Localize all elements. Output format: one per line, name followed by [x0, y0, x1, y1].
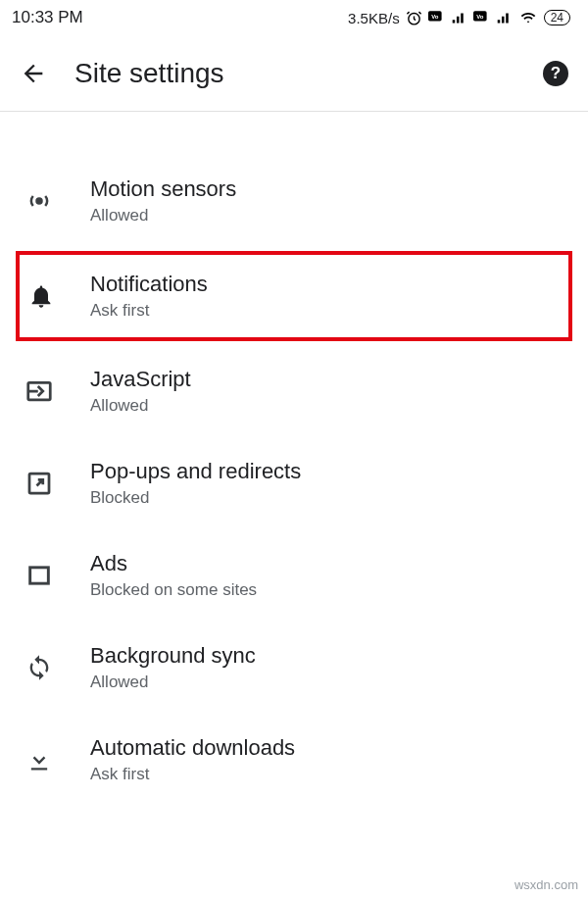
svg-text:Vo: Vo [476, 14, 484, 20]
javascript-icon [24, 376, 55, 406]
svg-text:Vo: Vo [431, 14, 439, 20]
battery-icon: 24 [544, 10, 570, 25]
popups-item[interactable]: Pop-ups and redirects Blocked [0, 437, 588, 529]
svg-point-5 [37, 199, 42, 204]
wifi-icon [518, 10, 538, 25]
setting-sub: Ask first [90, 301, 208, 321]
setting-sub: Allowed [90, 673, 256, 692]
signal-icon-2 [496, 11, 513, 25]
background-sync-item[interactable]: Background sync Allowed [0, 622, 588, 714]
setting-title: Automatic downloads [90, 735, 295, 761]
motion-sensors-icon [24, 186, 55, 216]
ads-icon [24, 562, 55, 589]
setting-sub: Allowed [90, 396, 191, 416]
setting-sub: Ask first [90, 765, 295, 784]
list-item[interactable] [0, 116, 588, 155]
settings-list: Motion sensors Allowed Notifications Ask… [0, 112, 588, 806]
help-icon[interactable]: ? [543, 61, 568, 86]
setting-title: JavaScript [90, 367, 191, 392]
status-time: 10:33 PM [12, 8, 83, 27]
volte-icon-2: Vo [473, 11, 490, 25]
bell-icon [27, 282, 55, 310]
javascript-item[interactable]: JavaScript Allowed [0, 345, 588, 437]
status-bar: 10:33 PM 3.5KB/s Vo Vo 24 [0, 0, 588, 35]
popup-icon [24, 469, 55, 498]
notifications-item[interactable]: Notifications Ask first [16, 251, 572, 341]
setting-title: Motion sensors [90, 176, 236, 202]
sync-icon [24, 654, 55, 681]
app-bar: Site settings ? [0, 35, 588, 112]
setting-sub: Allowed [90, 206, 236, 225]
automatic-downloads-item[interactable]: Automatic downloads Ask first [0, 714, 588, 806]
setting-title: Notifications [90, 272, 208, 297]
motion-sensors-item[interactable]: Motion sensors Allowed [0, 155, 588, 247]
setting-sub: Blocked [90, 488, 301, 508]
setting-title: Pop-ups and redirects [90, 459, 301, 484]
setting-title: Background sync [90, 643, 256, 669]
svg-rect-8 [30, 568, 49, 583]
setting-title: Ads [90, 551, 257, 576]
ads-item[interactable]: Ads Blocked on some sites [0, 529, 588, 622]
status-right: 3.5KB/s Vo Vo 24 [348, 10, 570, 26]
signal-icon-1 [451, 11, 467, 25]
download-icon [24, 746, 55, 773]
alarm-icon [406, 10, 422, 26]
page-title: Site settings [74, 58, 515, 89]
watermark: wsxdn.com [514, 877, 578, 892]
status-net-speed: 3.5KB/s [348, 10, 400, 26]
setting-sub: Blocked on some sites [90, 580, 257, 600]
back-icon[interactable] [20, 60, 47, 87]
volte-icon-1: Vo [428, 11, 445, 25]
